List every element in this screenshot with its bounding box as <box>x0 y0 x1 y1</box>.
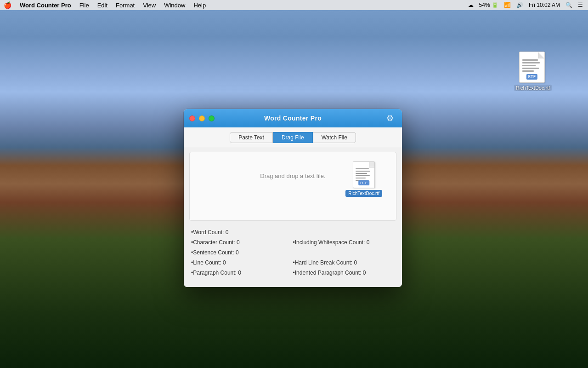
hard-line-break-stat: •Hard Line Break Count: 0 <box>293 259 395 266</box>
menubar-view[interactable]: View <box>139 1 159 9</box>
sentence-count-stat: •Sentence Count: 0 <box>191 249 293 256</box>
word-count-stat: •Word Count: 0 <box>191 229 293 236</box>
menubar-right: ☁ 54% 🔋 📶 🔊 Fri 10:02 AM 🔍 ☰ <box>467 2 584 8</box>
whitespace-count-stat: •Including Whitespace Count: 0 <box>293 239 395 246</box>
paragraph-count-stat: •Paragraph Count: 0 <box>191 270 293 276</box>
app-window: ✕ − + Word Counter Pro ⚙ Paste Text Drag… <box>184 109 402 287</box>
character-count-stat: •Character Count: 0 <box>191 239 293 246</box>
desktop-file-label: RichTextDoc.rtf <box>514 85 552 91</box>
battery-indicator: 54% 🔋 <box>478 2 500 8</box>
stats-row-1: •Word Count: 0 <box>191 229 395 236</box>
line-count-stat: •Line Count: 0 <box>191 259 293 266</box>
window-titlebar: ✕ − + Word Counter Pro ⚙ <box>184 109 402 127</box>
desktop-file-icon[interactable]: RTF RichTextDoc.rtf <box>514 52 551 91</box>
window-controls: ✕ − + <box>189 115 215 121</box>
desktop-area: RTF RichTextDoc.rtf ✕ − + Word Counter P… <box>0 10 588 368</box>
settings-gear-icon[interactable]: ⚙ <box>384 112 396 125</box>
stats-row-3: •Sentence Count: 0 <box>191 249 395 256</box>
cloud-icon[interactable]: ☁ <box>467 2 475 8</box>
notification-center-icon[interactable]: ☰ <box>577 2 584 8</box>
menubar: 🍎 Word Counter Pro File Edit Format View… <box>0 0 588 10</box>
stats-row-2: •Character Count: 0 •Including Whitespac… <box>191 239 395 246</box>
window-tabs: Paste Text Drag File Watch File <box>184 127 402 147</box>
indented-paragraph-stat: •Indented Paragraph Count: 0 <box>293 270 395 276</box>
dragged-file-badge: RTF <box>358 180 369 185</box>
file-type-badge: RTF <box>526 74 537 80</box>
apple-menu[interactable]: 🍎 <box>4 1 11 9</box>
window-title: Word Counter Pro <box>264 115 322 122</box>
tab-drag-file[interactable]: Drag File <box>273 132 313 143</box>
menubar-file[interactable]: File <box>76 1 93 9</box>
stats-area: •Word Count: 0 •Character Count: 0 •Incl… <box>184 225 402 287</box>
stat-empty-1 <box>293 229 395 236</box>
dragged-file-icon: RTF RichTextDoc.rtf <box>345 161 382 197</box>
stat-empty-2 <box>293 249 395 256</box>
tab-paste-text[interactable]: Paste Text <box>230 132 273 143</box>
window-maximize-button[interactable]: + <box>209 115 215 121</box>
window-minimize-button[interactable]: − <box>199 115 205 121</box>
drop-hint-text: Drag and drop a text file. <box>260 172 325 179</box>
rtf-file-graphic: RTF <box>519 52 547 85</box>
menubar-window[interactable]: Window <box>160 1 189 9</box>
menubar-help[interactable]: Help <box>190 1 209 9</box>
menubar-edit[interactable]: Edit <box>94 1 111 9</box>
volume-icon[interactable]: 🔊 <box>515 2 525 8</box>
tab-watch-file[interactable]: Watch File <box>313 132 356 143</box>
dragged-file-name: RichTextDoc.rtf <box>345 190 382 197</box>
dragged-file-body: RTF <box>353 161 375 188</box>
wifi-icon[interactable]: 📶 <box>503 2 512 8</box>
clock-display: Fri 10:02 AM <box>527 2 561 8</box>
menubar-app-name[interactable]: Word Counter Pro <box>16 1 75 9</box>
window-close-button[interactable]: ✕ <box>189 115 195 121</box>
menubar-format[interactable]: Format <box>112 1 138 9</box>
drop-area[interactable]: Drag and drop a text file. RTF R <box>189 152 396 221</box>
stats-row-5: •Paragraph Count: 0 •Indented Paragraph … <box>191 270 395 276</box>
stats-row-4: •Line Count: 0 •Hard Line Break Count: 0 <box>191 259 395 266</box>
spotlight-search-icon[interactable]: 🔍 <box>564 2 574 8</box>
